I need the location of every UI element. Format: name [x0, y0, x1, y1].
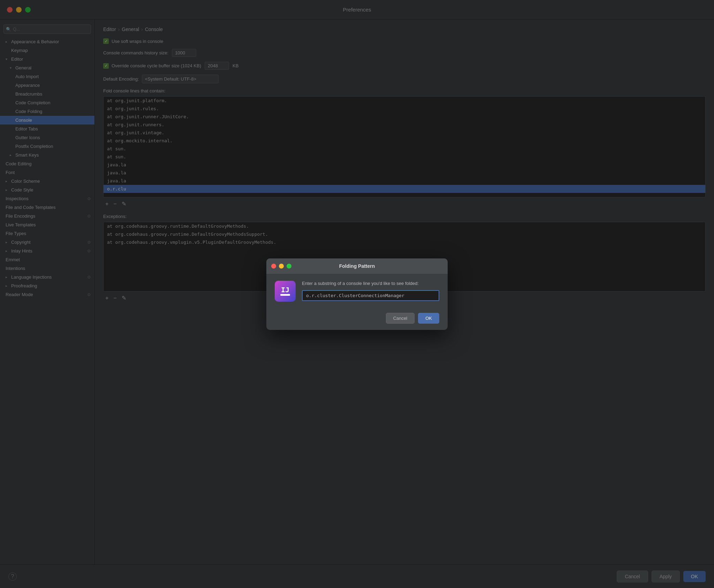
dialog-buttons: Cancel OK [266, 309, 448, 330]
dialog-cancel-button[interactable]: Cancel [386, 313, 415, 324]
dialog-titlebar: Folding Pattern [266, 258, 448, 274]
dialog-overlay: Folding Pattern IJ Enter a substring of … [0, 0, 714, 588]
folding-pattern-dialog: Folding Pattern IJ Enter a substring of … [266, 258, 448, 330]
dialog-traffic-lights [271, 264, 291, 269]
folding-pattern-input[interactable] [302, 290, 439, 301]
dialog-ok-button[interactable]: OK [418, 313, 439, 324]
ij-bar [280, 294, 290, 296]
dialog-right: Enter a substring of a console line you'… [302, 281, 439, 301]
app-icon: IJ [275, 281, 296, 302]
app-icon-content: IJ [280, 286, 290, 296]
dialog-maximize-button[interactable] [287, 264, 291, 269]
dialog-body: IJ Enter a substring of a console line y… [266, 274, 448, 309]
dialog-minimize-button[interactable] [279, 264, 284, 269]
ij-text: IJ [281, 286, 289, 293]
dialog-close-button[interactable] [271, 264, 276, 269]
dialog-description: Enter a substring of a console line you'… [302, 281, 439, 286]
dialog-title: Folding Pattern [339, 263, 375, 269]
